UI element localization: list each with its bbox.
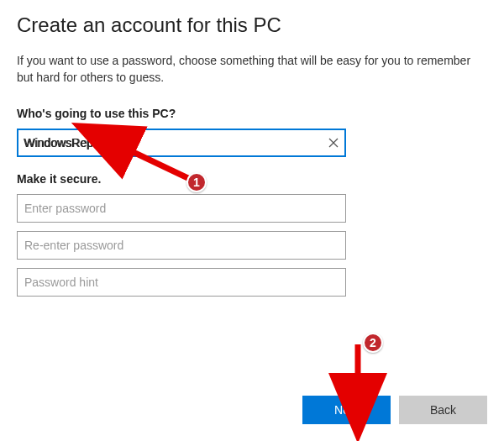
username-field-wrap: WindowsReport: [17, 129, 346, 157]
secure-label: Make it secure.: [17, 172, 487, 186]
clear-icon[interactable]: [328, 137, 339, 149]
footer-buttons: Next Back: [302, 396, 487, 424]
reenter-password-input[interactable]: [17, 231, 346, 260]
password-input[interactable]: [17, 194, 346, 223]
back-button[interactable]: Back: [399, 396, 487, 424]
annotation-badge-2: 2: [363, 333, 383, 353]
username-input[interactable]: [17, 129, 346, 157]
page-title: Create an account for this PC: [17, 13, 487, 37]
page-description: If you want to use a password, choose so…: [17, 52, 487, 87]
next-button[interactable]: Next: [302, 396, 391, 424]
username-label: Who's going to use this PC?: [17, 107, 487, 120]
password-hint-input[interactable]: [17, 268, 346, 297]
